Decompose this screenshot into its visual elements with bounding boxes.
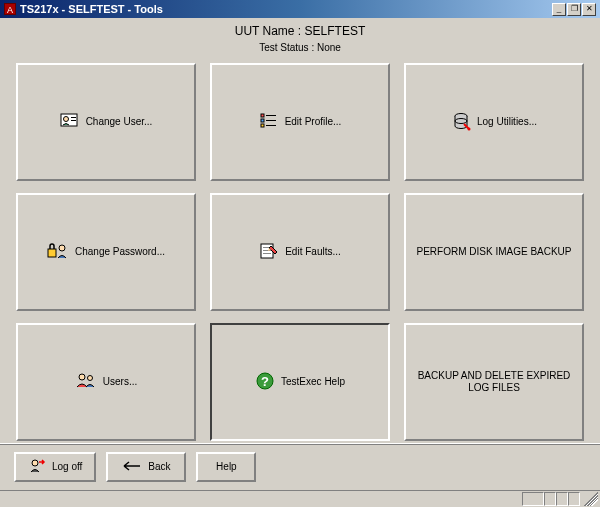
- testexec-help-button[interactable]: ? TestExec Help: [210, 323, 390, 441]
- edit-faults-button[interactable]: Edit Faults...: [210, 193, 390, 311]
- button-label: Log off: [52, 461, 82, 472]
- tile-label: Users...: [103, 376, 137, 388]
- log-utilities-button[interactable]: Log Utilities...: [404, 63, 584, 181]
- tools-grid: Change User... Edit Profile...: [10, 59, 590, 445]
- backup-delete-expired-log-button[interactable]: BACKUP AND DELETE EXPIRED LOG FILES: [404, 323, 584, 441]
- tile-label: Edit Profile...: [285, 116, 342, 128]
- change-password-button[interactable]: Change Password...: [16, 193, 196, 311]
- perform-disk-image-backup-button[interactable]: PERFORM DISK IMAGE BACKUP: [404, 193, 584, 311]
- logoff-icon: [28, 458, 46, 476]
- titlebar: A TS217x - SELFTEST - Tools _ ❐ ✕: [0, 0, 600, 18]
- svg-rect-7: [266, 115, 276, 116]
- help-icon: ?: [255, 371, 275, 393]
- status-cell-small: [568, 492, 580, 506]
- button-label: Help: [216, 461, 237, 472]
- content-area: UUT Name : SELFTEST Test Status : None C…: [0, 18, 600, 445]
- svg-point-23: [32, 460, 38, 466]
- edit-note-icon: [259, 242, 279, 262]
- window-title: TS217x - SELFTEST - Tools: [20, 3, 552, 15]
- status-cell-small: [556, 492, 568, 506]
- svg-point-12: [467, 128, 470, 131]
- back-button[interactable]: Back: [106, 452, 186, 482]
- edit-profile-button[interactable]: Edit Profile...: [210, 63, 390, 181]
- window-controls: _ ❐ ✕: [552, 3, 596, 16]
- change-user-button[interactable]: Change User...: [16, 63, 196, 181]
- help-button[interactable]: Help: [196, 452, 256, 482]
- test-status-label: Test Status : None: [10, 42, 590, 53]
- minimize-button[interactable]: _: [552, 3, 566, 16]
- svg-rect-13: [48, 249, 56, 257]
- app-icon: A: [4, 3, 16, 15]
- svg-rect-8: [266, 120, 276, 121]
- svg-rect-3: [71, 120, 76, 121]
- profile-list-icon: [259, 112, 279, 132]
- svg-rect-6: [261, 124, 264, 127]
- statusbar: [0, 490, 600, 507]
- tile-label: BACKUP AND DELETE EXPIRED LOG FILES: [410, 370, 578, 394]
- close-button[interactable]: ✕: [582, 3, 596, 16]
- users-button[interactable]: Users...: [16, 323, 196, 441]
- user-card-icon: [60, 112, 80, 132]
- tile-label: PERFORM DISK IMAGE BACKUP: [416, 246, 571, 258]
- svg-rect-5: [261, 119, 264, 122]
- svg-point-19: [79, 374, 85, 380]
- header: UUT Name : SELFTEST Test Status : None: [10, 24, 590, 53]
- lock-user-icon: [47, 242, 69, 262]
- logoff-button[interactable]: Log off: [14, 452, 96, 482]
- svg-point-14: [59, 245, 65, 251]
- button-label: Back: [148, 461, 170, 472]
- status-cell-small: [544, 492, 556, 506]
- tile-label: Change Password...: [75, 246, 165, 258]
- svg-point-20: [87, 376, 92, 381]
- resize-grip[interactable]: [584, 492, 598, 506]
- tile-label: Change User...: [86, 116, 153, 128]
- svg-rect-4: [261, 114, 264, 117]
- svg-rect-18: [263, 253, 271, 254]
- uut-name-label: UUT Name : SELFTEST: [10, 24, 590, 38]
- tile-label: Log Utilities...: [477, 116, 537, 128]
- users-icon: [75, 372, 97, 392]
- status-cell: [522, 492, 544, 506]
- tile-label: TestExec Help: [281, 376, 345, 388]
- svg-rect-2: [71, 117, 76, 118]
- database-icon: [451, 111, 471, 133]
- svg-point-1: [63, 117, 68, 122]
- svg-rect-9: [266, 125, 276, 126]
- arrow-left-icon: [122, 461, 142, 473]
- tile-label: Edit Faults...: [285, 246, 341, 258]
- footer-toolbar: Log off Back Help: [0, 443, 600, 489]
- maximize-button[interactable]: ❐: [567, 3, 581, 16]
- svg-text:?: ?: [261, 374, 269, 389]
